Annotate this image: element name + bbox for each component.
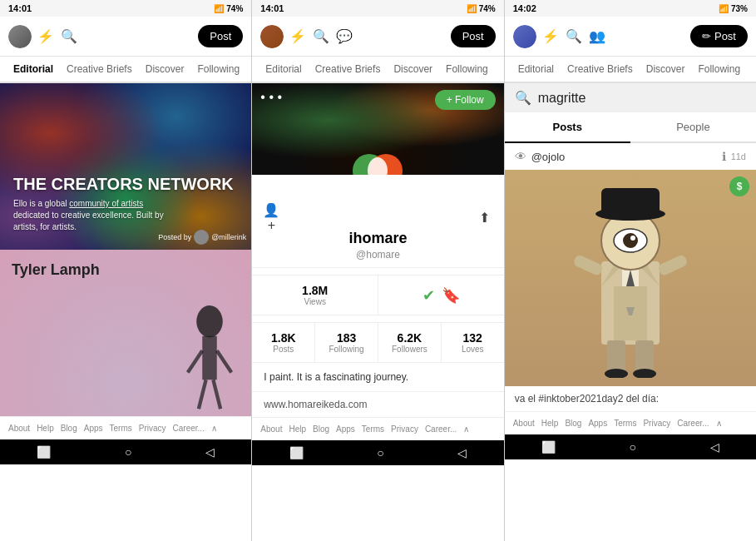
magritte-svg-3 (556, 178, 705, 378)
footer-help-3[interactable]: Help (541, 419, 559, 428)
tab-editorial-1[interactable]: Editorial (7, 57, 60, 83)
result-header-3: 👁 @ojolo ℹ 11d (505, 143, 756, 170)
footer-privacy-3[interactable]: Privacy (643, 419, 670, 428)
svg-rect-1 (203, 336, 218, 380)
footer-about-1[interactable]: About (8, 424, 30, 433)
android-square-1[interactable]: ⬜ (37, 445, 51, 459)
posted-handle-1[interactable]: @millerink (211, 233, 246, 241)
screen-profile: 14:01 📶 74% ⚡ 🔍 💬 Post Editorial Creativ… (252, 0, 504, 541)
verified-icon-2: ✔ (422, 286, 435, 305)
tab-creative-2[interactable]: Creative Briefs (309, 57, 388, 83)
stat-icons-2: ✔ 🔖 (378, 275, 504, 315)
result-eye-icon-3: 👁 (515, 150, 526, 163)
avatar-2[interactable] (260, 25, 284, 48)
views-value-2: 1.8M (302, 284, 328, 297)
dollar-badge-3[interactable]: $ (729, 176, 749, 196)
follow-button-2[interactable]: + Follow (435, 90, 496, 110)
tab-following-2[interactable]: Following (439, 57, 495, 83)
android-circle-1[interactable]: ○ (125, 445, 131, 459)
tab-creative-3[interactable]: Creative Briefs (561, 57, 640, 83)
stat-following-2: 183 Following (315, 323, 378, 362)
android-square-2[interactable]: ⬜ (289, 446, 304, 459)
footer-apps-1[interactable]: Apps (84, 424, 103, 433)
footer-career-3[interactable]: Career... (677, 419, 709, 428)
profile-body-2: 👤+ ⬆ ihomare @homare (252, 175, 503, 268)
android-triangle-2[interactable]: ◁ (457, 446, 467, 459)
footer-career-1[interactable]: Career... (173, 424, 205, 433)
people-icon-3[interactable]: 👥 (588, 27, 606, 46)
footer-apps-3[interactable]: Apps (588, 419, 607, 428)
search-icon-1[interactable]: 🔍 (60, 27, 78, 46)
profile-website-2[interactable]: www.homareikeda.com (252, 392, 503, 417)
result-artwork-3[interactable]: $ (505, 170, 756, 386)
avatar-1[interactable] (8, 25, 32, 48)
profile-action-row-2: 👤+ ⬆ (252, 205, 503, 226)
followers-value-2: 6.2K (383, 331, 436, 345)
search-query-3[interactable]: magritte (538, 91, 746, 106)
footer-chevron-3[interactable]: ∧ (716, 419, 722, 428)
android-circle-3[interactable]: ○ (630, 440, 636, 454)
footer-terms-3[interactable]: Terms (614, 419, 636, 428)
battery-icon-2: 74% (479, 4, 496, 13)
tab-following-3[interactable]: Following (691, 57, 747, 83)
footer-blog-3[interactable]: Blog (565, 419, 581, 428)
footer-blog-1[interactable]: Blog (61, 424, 77, 433)
footer-help-1[interactable]: Help (37, 424, 54, 433)
tab-editorial-2[interactable]: Editorial (259, 57, 308, 83)
result-handle-3[interactable]: @ojolo (531, 151, 717, 163)
signal-icon-1: 📶 (214, 4, 224, 13)
lightning-icon-3[interactable]: ⚡ (541, 27, 560, 46)
hero-title-1: THE CREATORS NETWORK (13, 175, 234, 193)
lightning-icon-2[interactable]: ⚡ (289, 27, 307, 46)
footer-terms-1[interactable]: Terms (110, 424, 132, 433)
android-square-3[interactable]: ⬜ (541, 440, 556, 454)
tab-editorial-3[interactable]: Editorial (511, 57, 561, 83)
more-dots-2[interactable]: • • • (260, 90, 282, 105)
battery-icon-3: 73% (731, 4, 748, 13)
profile-logo-2 (348, 141, 407, 175)
search-icon-3[interactable]: 🔍 (565, 27, 583, 46)
footer-apps-2[interactable]: Apps (336, 424, 355, 434)
bookmark-icon-2[interactable]: 🔖 (442, 286, 460, 305)
chat-icon-2[interactable]: 💬 (335, 27, 353, 46)
android-triangle-3[interactable]: ◁ (710, 440, 719, 454)
footer-career-2[interactable]: Career... (425, 424, 457, 434)
footer-help-2[interactable]: Help (289, 424, 306, 434)
tab-discover-1[interactable]: Discover (139, 57, 191, 83)
search-tab-people-3[interactable]: People (630, 112, 756, 143)
search-tabs-3: Posts People (505, 112, 756, 143)
search-icon-2[interactable]: 🔍 (312, 27, 330, 46)
tab-creative-1[interactable]: Creative Briefs (60, 57, 139, 83)
add-user-icon-2[interactable]: 👤+ (262, 208, 280, 226)
post-button-3[interactable]: ✏ Post (690, 25, 748, 47)
footer-terms-2[interactable]: Terms (362, 424, 384, 434)
footer-3: About Help Blog Apps Terms Privacy Caree… (505, 411, 756, 434)
post-button-2[interactable]: Post (451, 25, 496, 47)
tab-discover-3[interactable]: Discover (640, 57, 692, 83)
tyler-card-1[interactable]: Tyler Lamph (0, 250, 251, 416)
share-icon-2[interactable]: ⬆ (476, 208, 494, 226)
top-nav-2: ⚡ 🔍 💬 Post (252, 17, 503, 57)
android-triangle-1[interactable]: ◁ (205, 445, 215, 459)
tab-following-1[interactable]: Following (190, 57, 246, 83)
footer-about-2[interactable]: About (260, 424, 282, 434)
svg-rect-22 (657, 254, 689, 276)
footer-blog-2[interactable]: Blog (313, 424, 329, 434)
android-circle-2[interactable]: ○ (377, 446, 383, 459)
nav-tabs-1: Editorial Creative Briefs Discover Follo… (0, 57, 251, 83)
post-button-1[interactable]: Post (198, 25, 243, 47)
lightning-icon-1[interactable]: ⚡ (37, 27, 55, 46)
footer-about-3[interactable]: About (513, 419, 535, 428)
time-3: 14:02 (513, 3, 536, 13)
footer-privacy-2[interactable]: Privacy (391, 424, 418, 434)
time-2: 14:01 (260, 3, 284, 13)
svg-rect-21 (572, 254, 604, 276)
tab-discover-2[interactable]: Discover (387, 57, 439, 83)
footer-privacy-1[interactable]: Privacy (139, 424, 166, 433)
status-icons-2: 📶 74% (467, 4, 496, 13)
avatar-3[interactable] (513, 25, 536, 48)
profile-handle-2[interactable]: @homare (252, 249, 503, 261)
search-tab-posts-3[interactable]: Posts (505, 112, 630, 143)
footer-chevron-2[interactable]: ∧ (463, 424, 469, 434)
footer-chevron-1[interactable]: ∧ (211, 424, 217, 433)
